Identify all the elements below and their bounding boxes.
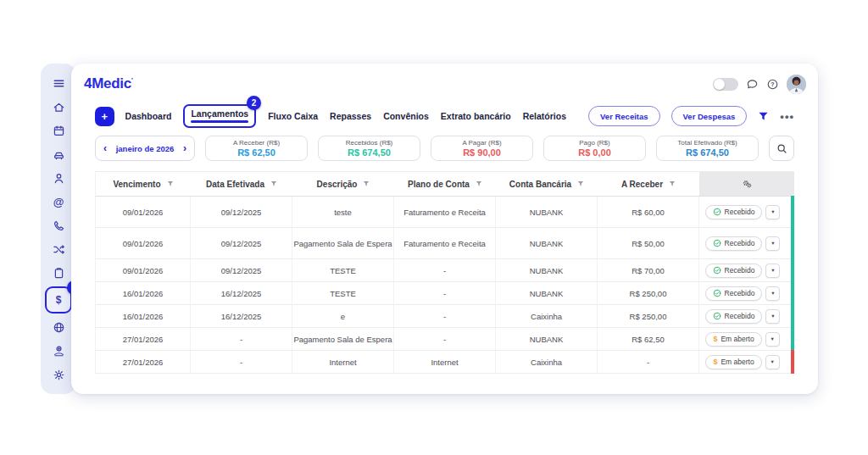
- row-dropdown-button[interactable]: ▾: [765, 332, 780, 347]
- cell-plano-de-conta: -: [394, 282, 496, 304]
- filter-funnel-icon[interactable]: [167, 180, 174, 187]
- sidebar-item-dollar[interactable]: $1: [45, 286, 72, 314]
- column-settings-header[interactable]: [699, 172, 794, 196]
- cell-conta-bancaria: Caixinha: [496, 351, 598, 373]
- filter-funnel-icon[interactable]: [577, 180, 584, 187]
- filter-funnel-icon[interactable]: [669, 180, 676, 187]
- sidebar-item-calendar[interactable]: [46, 120, 71, 141]
- home-icon: [53, 101, 65, 114]
- row-dropdown-button[interactable]: ▾: [765, 309, 780, 324]
- tab-lancamentos[interactable]: Lançamentos2: [183, 104, 256, 128]
- column-header-descricao: Descrição: [292, 172, 394, 196]
- sidebar-item-car[interactable]: [46, 144, 71, 164]
- shuffle-icon: [53, 243, 65, 256]
- tab-label: Relatórios: [523, 111, 566, 121]
- row-status-strip: [791, 281, 794, 305]
- status-badge[interactable]: $Em aberto: [705, 332, 761, 347]
- tab-label: Convênios: [383, 111, 429, 121]
- filter-funnel-icon[interactable]: [476, 180, 482, 187]
- row-dropdown-button[interactable]: ▾: [765, 264, 780, 278]
- sidebar-item-gear[interactable]: [46, 364, 71, 385]
- cell-actions: $Em aberto▾: [699, 328, 794, 350]
- cell-vencimento: 16/01/2026: [96, 282, 191, 304]
- filter-funnel-icon[interactable]: [363, 180, 370, 187]
- cell-plano-de-conta: Faturamento e Receita: [394, 197, 496, 227]
- status-badge[interactable]: Recebido: [705, 205, 763, 219]
- cell-a-receber: R$ 70,00: [598, 259, 699, 281]
- check-circle-icon: [713, 289, 721, 297]
- sidebar-item-clipboard[interactable]: [46, 263, 71, 283]
- search-button[interactable]: [769, 136, 794, 161]
- tab-repasses[interactable]: Repasses: [330, 111, 371, 121]
- column-label: Descrição: [317, 180, 358, 189]
- help-icon[interactable]: ?: [766, 78, 779, 91]
- cell-actions: $Em aberto▾: [699, 351, 794, 373]
- ver-receitas-button[interactable]: Ver Receitas: [588, 106, 660, 126]
- status-label: Em aberto: [721, 358, 754, 366]
- status-badge[interactable]: Recebido: [705, 264, 763, 278]
- more-options-button[interactable]: •••: [780, 110, 794, 123]
- sidebar-item-home[interactable]: [46, 97, 71, 117]
- sidebar-item-globe[interactable]: [46, 317, 71, 337]
- row-dropdown-button[interactable]: ▾: [765, 205, 780, 219]
- status-badge[interactable]: $Em aberto: [705, 355, 761, 369]
- cell-conta-bancaria: NUBANK: [496, 259, 598, 281]
- sidebar-item-phone[interactable]: [46, 215, 71, 236]
- transactions-table: VencimentoData EfetivadaDescriçãoPlano d…: [95, 171, 794, 374]
- tab-dashboard[interactable]: Dashboard: [125, 111, 172, 121]
- column-header-plano-de-conta: Plano de Conta: [394, 172, 496, 196]
- cell-actions: Recebido▾: [699, 228, 794, 258]
- row-dropdown-button[interactable]: ▾: [765, 236, 780, 251]
- sidebar-item-shuffle[interactable]: [46, 239, 71, 259]
- sidebar-item-user[interactable]: [46, 168, 71, 188]
- tab-label: Fluxo Caixa: [268, 111, 318, 121]
- sidebar-item-cash-hand[interactable]: [46, 341, 71, 361]
- check-circle-icon: [713, 208, 721, 216]
- cell-a-receber: R$ 60,00: [598, 197, 699, 227]
- calendar-icon: [53, 125, 65, 137]
- tab-fluxo-caixa[interactable]: Fluxo Caixa: [268, 111, 318, 121]
- cell-actions: Recebido▾: [699, 282, 794, 304]
- chat-icon[interactable]: [746, 78, 759, 91]
- user-avatar[interactable]: [787, 75, 806, 94]
- status-label: Recebido: [725, 289, 755, 297]
- cell-data-efetivada: 16/12/2025: [191, 305, 292, 327]
- tab-label: Repasses: [330, 111, 371, 121]
- window-header: 4Medicʼ ?: [84, 72, 806, 96]
- check-circle-icon: [713, 239, 721, 247]
- menu-icon: [53, 77, 65, 90]
- active-tab-underline: [191, 120, 248, 123]
- ver-despesas-button[interactable]: Ver Despesas: [671, 106, 748, 126]
- table-row: 27/01/2026-Pagamento Sala de Espera-NUBA…: [95, 328, 794, 351]
- status-label: Em aberto: [721, 335, 754, 343]
- cell-data-efetivada: 09/12/2025: [191, 259, 292, 281]
- tab-relatorios[interactable]: Relatórios: [523, 111, 566, 121]
- column-label: Plano de Conta: [408, 180, 470, 189]
- status-badge[interactable]: Recebido: [705, 286, 763, 301]
- table-row: 09/01/202609/12/2025Pagamento Sala de Es…: [95, 228, 794, 259]
- row-dropdown-button[interactable]: ▾: [765, 286, 780, 301]
- table-row: 09/01/202609/12/2025testeFaturamento e R…: [95, 197, 794, 228]
- filter-funnel-icon[interactable]: [270, 180, 277, 187]
- card-label: A Pagar (R$): [462, 139, 501, 147]
- summary-card-total-efetivado-r: Total Efetivado (R$)R$ 674,50: [656, 136, 759, 161]
- theme-toggle[interactable]: [713, 78, 738, 91]
- status-badge[interactable]: Recebido: [705, 309, 763, 324]
- period-label[interactable]: janeiro de 2026: [116, 144, 175, 153]
- prev-month-button[interactable]: ‹: [103, 143, 107, 153]
- row-status-strip: [791, 196, 794, 228]
- table-row: 09/01/202609/12/2025TESTE-NUBANKR$ 70,00…: [95, 259, 794, 282]
- tab-convenios[interactable]: Convênios: [383, 111, 429, 121]
- table-header: VencimentoData EfetivadaDescriçãoPlano d…: [95, 171, 794, 197]
- summary-card-a-pagar-r: A Pagar (R$)R$ 90,00: [431, 136, 533, 161]
- sidebar-item-at[interactable]: @: [46, 191, 71, 212]
- status-badge[interactable]: Recebido: [705, 236, 763, 251]
- row-dropdown-button[interactable]: ▾: [765, 355, 780, 369]
- sidebar-item-menu[interactable]: [46, 73, 71, 93]
- annotation-step-badge: 2: [247, 96, 261, 110]
- add-button[interactable]: +: [95, 107, 114, 126]
- tab-extrato-bancario[interactable]: Extrato bancário: [441, 111, 511, 121]
- filter-icon[interactable]: [758, 111, 769, 122]
- cell-data-efetivada: -: [191, 351, 292, 373]
- next-month-button[interactable]: ›: [183, 143, 186, 153]
